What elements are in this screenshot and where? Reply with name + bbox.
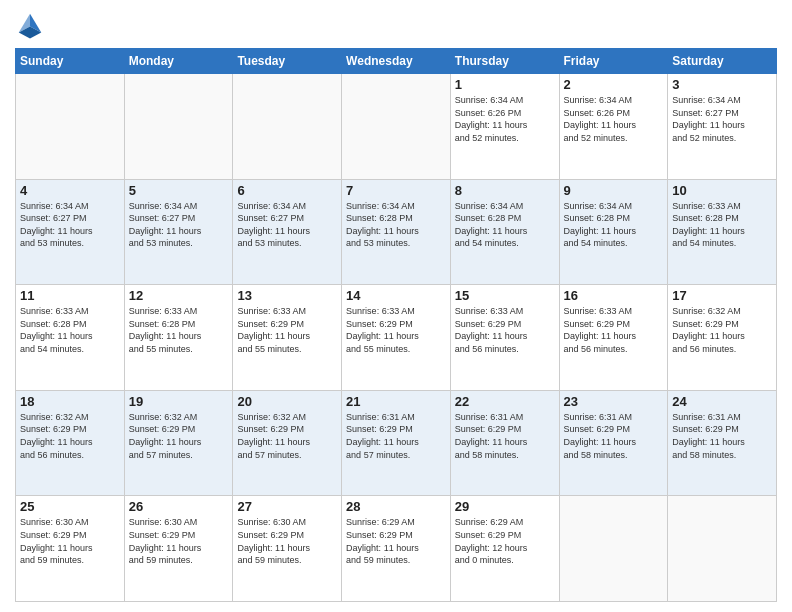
day-info: Sunrise: 6:32 AMSunset: 6:29 PMDaylight:… [129, 411, 229, 461]
day-info: Sunrise: 6:31 AMSunset: 6:29 PMDaylight:… [455, 411, 555, 461]
calendar-cell: 23Sunrise: 6:31 AMSunset: 6:29 PMDayligh… [559, 390, 668, 496]
calendar-header-tuesday: Tuesday [233, 49, 342, 74]
calendar-week-row: 18Sunrise: 6:32 AMSunset: 6:29 PMDayligh… [16, 390, 777, 496]
day-info: Sunrise: 6:33 AMSunset: 6:29 PMDaylight:… [455, 305, 555, 355]
day-info: Sunrise: 6:34 AMSunset: 6:28 PMDaylight:… [455, 200, 555, 250]
day-info: Sunrise: 6:33 AMSunset: 6:28 PMDaylight:… [20, 305, 120, 355]
day-number: 22 [455, 394, 555, 409]
day-info: Sunrise: 6:33 AMSunset: 6:29 PMDaylight:… [346, 305, 446, 355]
day-info: Sunrise: 6:33 AMSunset: 6:29 PMDaylight:… [237, 305, 337, 355]
calendar-cell: 26Sunrise: 6:30 AMSunset: 6:29 PMDayligh… [124, 496, 233, 602]
day-info: Sunrise: 6:34 AMSunset: 6:26 PMDaylight:… [455, 94, 555, 144]
day-info: Sunrise: 6:34 AMSunset: 6:27 PMDaylight:… [129, 200, 229, 250]
calendar-cell: 17Sunrise: 6:32 AMSunset: 6:29 PMDayligh… [668, 285, 777, 391]
calendar-cell: 27Sunrise: 6:30 AMSunset: 6:29 PMDayligh… [233, 496, 342, 602]
day-number: 28 [346, 499, 446, 514]
calendar-cell: 29Sunrise: 6:29 AMSunset: 6:29 PMDayligh… [450, 496, 559, 602]
day-info: Sunrise: 6:33 AMSunset: 6:29 PMDaylight:… [564, 305, 664, 355]
calendar-cell: 9Sunrise: 6:34 AMSunset: 6:28 PMDaylight… [559, 179, 668, 285]
day-info: Sunrise: 6:32 AMSunset: 6:29 PMDaylight:… [20, 411, 120, 461]
calendar-cell [16, 74, 125, 180]
calendar-cell [559, 496, 668, 602]
day-number: 26 [129, 499, 229, 514]
day-number: 7 [346, 183, 446, 198]
day-number: 23 [564, 394, 664, 409]
calendar-cell [342, 74, 451, 180]
calendar-cell: 14Sunrise: 6:33 AMSunset: 6:29 PMDayligh… [342, 285, 451, 391]
calendar-header-thursday: Thursday [450, 49, 559, 74]
day-number: 9 [564, 183, 664, 198]
logo-icon [15, 10, 45, 40]
day-info: Sunrise: 6:32 AMSunset: 6:29 PMDaylight:… [672, 305, 772, 355]
logo [15, 10, 49, 40]
calendar-cell: 1Sunrise: 6:34 AMSunset: 6:26 PMDaylight… [450, 74, 559, 180]
calendar-cell: 18Sunrise: 6:32 AMSunset: 6:29 PMDayligh… [16, 390, 125, 496]
calendar-cell [124, 74, 233, 180]
day-info: Sunrise: 6:33 AMSunset: 6:28 PMDaylight:… [672, 200, 772, 250]
calendar-header-sunday: Sunday [16, 49, 125, 74]
calendar-cell: 5Sunrise: 6:34 AMSunset: 6:27 PMDaylight… [124, 179, 233, 285]
calendar-week-row: 11Sunrise: 6:33 AMSunset: 6:28 PMDayligh… [16, 285, 777, 391]
calendar-cell: 20Sunrise: 6:32 AMSunset: 6:29 PMDayligh… [233, 390, 342, 496]
calendar-cell: 25Sunrise: 6:30 AMSunset: 6:29 PMDayligh… [16, 496, 125, 602]
calendar-cell: 4Sunrise: 6:34 AMSunset: 6:27 PMDaylight… [16, 179, 125, 285]
calendar-header-saturday: Saturday [668, 49, 777, 74]
calendar-cell: 10Sunrise: 6:33 AMSunset: 6:28 PMDayligh… [668, 179, 777, 285]
day-info: Sunrise: 6:34 AMSunset: 6:27 PMDaylight:… [237, 200, 337, 250]
day-number: 3 [672, 77, 772, 92]
day-number: 1 [455, 77, 555, 92]
calendar-week-row: 1Sunrise: 6:34 AMSunset: 6:26 PMDaylight… [16, 74, 777, 180]
day-number: 24 [672, 394, 772, 409]
day-number: 11 [20, 288, 120, 303]
day-info: Sunrise: 6:31 AMSunset: 6:29 PMDaylight:… [564, 411, 664, 461]
calendar-cell: 7Sunrise: 6:34 AMSunset: 6:28 PMDaylight… [342, 179, 451, 285]
day-info: Sunrise: 6:34 AMSunset: 6:26 PMDaylight:… [564, 94, 664, 144]
day-info: Sunrise: 6:33 AMSunset: 6:28 PMDaylight:… [129, 305, 229, 355]
calendar-header-monday: Monday [124, 49, 233, 74]
day-number: 15 [455, 288, 555, 303]
day-info: Sunrise: 6:30 AMSunset: 6:29 PMDaylight:… [129, 516, 229, 566]
calendar-cell: 6Sunrise: 6:34 AMSunset: 6:27 PMDaylight… [233, 179, 342, 285]
calendar-cell: 13Sunrise: 6:33 AMSunset: 6:29 PMDayligh… [233, 285, 342, 391]
day-number: 19 [129, 394, 229, 409]
calendar-cell: 11Sunrise: 6:33 AMSunset: 6:28 PMDayligh… [16, 285, 125, 391]
calendar-cell [233, 74, 342, 180]
header [15, 10, 777, 40]
day-info: Sunrise: 6:31 AMSunset: 6:29 PMDaylight:… [672, 411, 772, 461]
day-number: 21 [346, 394, 446, 409]
calendar-cell: 12Sunrise: 6:33 AMSunset: 6:28 PMDayligh… [124, 285, 233, 391]
day-info: Sunrise: 6:30 AMSunset: 6:29 PMDaylight:… [20, 516, 120, 566]
day-number: 2 [564, 77, 664, 92]
calendar-week-row: 4Sunrise: 6:34 AMSunset: 6:27 PMDaylight… [16, 179, 777, 285]
calendar-cell: 16Sunrise: 6:33 AMSunset: 6:29 PMDayligh… [559, 285, 668, 391]
calendar-cell: 24Sunrise: 6:31 AMSunset: 6:29 PMDayligh… [668, 390, 777, 496]
day-info: Sunrise: 6:29 AMSunset: 6:29 PMDaylight:… [455, 516, 555, 566]
day-number: 14 [346, 288, 446, 303]
day-info: Sunrise: 6:32 AMSunset: 6:29 PMDaylight:… [237, 411, 337, 461]
calendar-cell: 8Sunrise: 6:34 AMSunset: 6:28 PMDaylight… [450, 179, 559, 285]
calendar-table: SundayMondayTuesdayWednesdayThursdayFrid… [15, 48, 777, 602]
day-number: 4 [20, 183, 120, 198]
calendar-cell: 19Sunrise: 6:32 AMSunset: 6:29 PMDayligh… [124, 390, 233, 496]
calendar-cell [668, 496, 777, 602]
day-number: 6 [237, 183, 337, 198]
day-number: 29 [455, 499, 555, 514]
calendar-cell: 21Sunrise: 6:31 AMSunset: 6:29 PMDayligh… [342, 390, 451, 496]
day-number: 16 [564, 288, 664, 303]
day-info: Sunrise: 6:31 AMSunset: 6:29 PMDaylight:… [346, 411, 446, 461]
calendar-cell: 3Sunrise: 6:34 AMSunset: 6:27 PMDaylight… [668, 74, 777, 180]
page: SundayMondayTuesdayWednesdayThursdayFrid… [0, 0, 792, 612]
day-number: 10 [672, 183, 772, 198]
calendar-week-row: 25Sunrise: 6:30 AMSunset: 6:29 PMDayligh… [16, 496, 777, 602]
day-number: 5 [129, 183, 229, 198]
day-number: 18 [20, 394, 120, 409]
day-info: Sunrise: 6:34 AMSunset: 6:28 PMDaylight:… [564, 200, 664, 250]
day-info: Sunrise: 6:34 AMSunset: 6:28 PMDaylight:… [346, 200, 446, 250]
calendar-cell: 15Sunrise: 6:33 AMSunset: 6:29 PMDayligh… [450, 285, 559, 391]
day-info: Sunrise: 6:29 AMSunset: 6:29 PMDaylight:… [346, 516, 446, 566]
day-number: 12 [129, 288, 229, 303]
day-number: 13 [237, 288, 337, 303]
day-info: Sunrise: 6:30 AMSunset: 6:29 PMDaylight:… [237, 516, 337, 566]
calendar-header-row: SundayMondayTuesdayWednesdayThursdayFrid… [16, 49, 777, 74]
calendar-cell: 28Sunrise: 6:29 AMSunset: 6:29 PMDayligh… [342, 496, 451, 602]
